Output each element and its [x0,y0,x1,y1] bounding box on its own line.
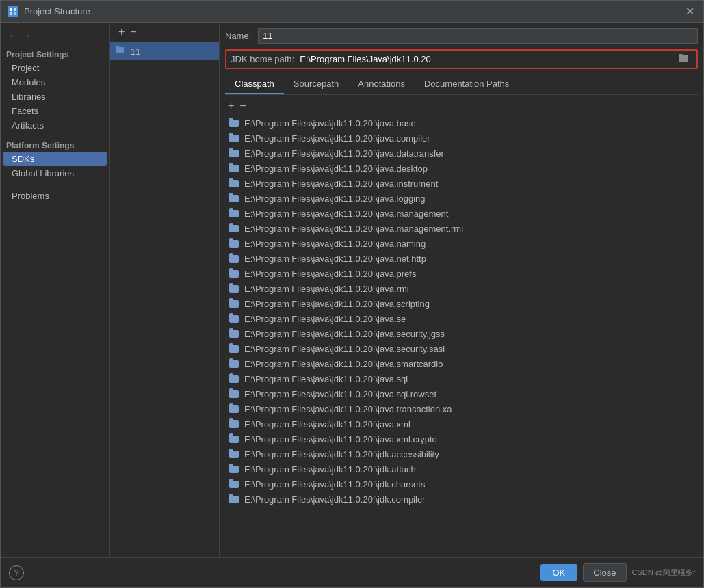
help-button[interactable]: ? [9,565,24,580]
classpath-item-label: E:\Program Files\java\jdk11.0.20!\java.t… [244,404,452,414]
sidebar-item-facets[interactable]: Facets [1,104,109,118]
list-item[interactable]: E:\Program Files\java\jdk11.0.20!\java.m… [225,221,698,236]
classpath-item-label: E:\Program Files\java\jdk11.0.20!\java.d… [244,163,428,174]
jdk-path-label: JDK home path: [231,54,294,64]
list-item[interactable]: E:\Program Files\java\jdk11.0.20!\java.x… [225,431,698,446]
jdk-path-browse-button[interactable] [676,53,692,65]
classpath-item-label: E:\Program Files\java\jdk11.0.20!\java.s… [244,389,436,399]
add-classpath-button[interactable]: + [225,99,237,113]
tab-classpath[interactable]: Classpath [225,75,284,94]
classpath-item-label: E:\Program Files\java\jdk11.0.20!\java.p… [244,269,416,279]
platform-settings-header: Platform Settings [1,138,109,152]
sdk-list-panel: + − 11 [110,23,220,557]
sidebar-item-artifacts[interactable]: Artifacts [1,118,109,133]
sidebar-item-global-libraries[interactable]: Global Libraries [1,166,109,181]
sidebar-item-problems[interactable]: Problems [1,189,109,203]
sdk-item-label: 11 [131,46,140,57]
classpath-item-label: E:\Program Files\java\jdk11.0.20!\java.c… [244,133,430,144]
sidebar-item-modules[interactable]: Modules [1,75,109,90]
list-item[interactable]: E:\Program Files\java\jdk11.0.20!\java.t… [225,401,698,416]
back-button[interactable]: ← [6,29,20,42]
classpath-folder-icon [229,148,240,159]
ok-button[interactable]: OK [540,564,578,581]
classpath-folder-icon [229,163,240,174]
classpath-item-label: E:\Program Files\java\jdk11.0.20!\jdk.at… [244,464,416,475]
name-label: Name: [225,31,252,41]
svg-rect-0 [10,8,12,11]
classpath-folder-icon [229,479,240,490]
classpath-folder-icon [229,223,240,234]
classpath-item-label: E:\Program Files\java\jdk11.0.20!\java.m… [244,224,463,234]
list-item[interactable]: E:\Program Files\java\jdk11.0.20!\jdk.ac… [225,446,698,462]
list-item[interactable]: E:\Program Files\java\jdk11.0.20!\java.l… [225,191,698,206]
name-input[interactable] [258,28,698,44]
list-item[interactable]: E:\Program Files\java\jdk11.0.20!\jdk.ch… [225,477,698,492]
sidebar-item-project[interactable]: Project [1,61,109,75]
list-item[interactable]: E:\Program Files\java\jdk11.0.20!\java.x… [225,416,698,431]
classpath-folder-icon [229,208,240,219]
add-sdk-button[interactable]: + [116,25,127,39]
sdk-folder-icon [116,46,127,57]
list-item[interactable]: E:\Program Files\java\jdk11.0.20!\java.n… [225,251,698,266]
classpath-list: E:\Program Files\java\jdk11.0.20!\java.b… [225,116,698,552]
jdk-path-row: JDK home path: E:\Program Files\Java\jdk… [225,49,698,69]
classpath-item-label: E:\Program Files\java\jdk11.0.20!\java.b… [244,118,416,129]
list-item[interactable]: E:\Program Files\java\jdk11.0.20!\java.d… [225,146,698,161]
classpath-item-label: E:\Program Files\java\jdk11.0.20!\java.s… [244,359,443,369]
list-item[interactable]: E:\Program Files\java\jdk11.0.20!\jdk.co… [225,492,698,507]
svg-rect-2 [10,12,12,15]
remove-classpath-button[interactable]: − [237,99,248,113]
list-item[interactable]: E:\Program Files\java\jdk11.0.20!\java.s… [225,386,698,401]
cancel-button[interactable]: Close [583,563,626,582]
tab-annotations[interactable]: Annotations [348,75,415,94]
classpath-folder-icon [229,418,240,429]
list-item[interactable]: E:\Program Files\java\jdk11.0.20!\java.s… [225,311,698,326]
classpath-item-label: E:\Program Files\java\jdk11.0.20!\java.r… [244,284,409,294]
close-button[interactable]: ✕ [683,5,696,18]
classpath-folder-icon [229,118,240,129]
classpath-folder-icon [229,133,240,144]
list-item[interactable]: E:\Program Files\java\jdk11.0.20!\jdk.at… [225,462,698,477]
project-settings-header: Project Settings [1,47,109,61]
classpath-folder-icon [229,253,240,264]
list-item[interactable]: E:\Program Files\java\jdk11.0.20!\java.m… [225,206,698,221]
list-item[interactable]: E:\Program Files\java\jdk11.0.20!\java.r… [225,281,698,296]
list-item[interactable]: E:\Program Files\java\jdk11.0.20!\java.s… [225,341,698,356]
classpath-folder-icon [229,388,240,399]
classpath-folder-icon [229,343,240,354]
sidebar: ← → Project Settings Project Modules Lib… [1,23,110,557]
bottom-right: OK Close CSDN @阿里嘎多f [540,563,696,582]
classpath-folder-icon [229,449,240,459]
main-content: Name: JDK home path: E:\Program Files\Ja… [220,23,703,557]
content-area: ← → Project Settings Project Modules Lib… [1,23,703,557]
bottom-bar: ? OK Close CSDN @阿里嘎多f [1,557,703,587]
sdk-list-item[interactable]: 11 [110,42,219,60]
sidebar-item-sdks[interactable]: SDKs [3,152,107,166]
sidebar-item-libraries[interactable]: Libraries [1,90,109,104]
list-item[interactable]: E:\Program Files\java\jdk11.0.20!\java.s… [225,296,698,311]
list-item[interactable]: E:\Program Files\java\jdk11.0.20!\java.p… [225,266,698,281]
list-item[interactable]: E:\Program Files\java\jdk11.0.20!\java.n… [225,236,698,251]
list-item[interactable]: E:\Program Files\java\jdk11.0.20!\java.d… [225,161,698,176]
tab-documentation-paths[interactable]: Documentation Paths [415,75,519,94]
classpath-folder-icon [229,268,240,279]
list-item[interactable]: E:\Program Files\java\jdk11.0.20!\java.b… [225,116,698,131]
classpath-item-label: E:\Program Files\java\jdk11.0.20!\java.d… [244,148,444,159]
project-structure-dialog: Project Structure ✕ ← → Project Settings… [0,0,704,588]
dialog-title: Project Structure [24,6,683,16]
list-item[interactable]: E:\Program Files\java\jdk11.0.20!\java.i… [225,176,698,191]
list-item[interactable]: E:\Program Files\java\jdk11.0.20!\java.s… [225,371,698,386]
forward-button[interactable]: → [20,29,34,42]
remove-sdk-button[interactable]: − [127,25,139,39]
tab-sourcepath[interactable]: Sourcepath [284,75,349,94]
classpath-item-label: E:\Program Files\java\jdk11.0.20!\java.s… [244,374,408,384]
classpath-item-label: E:\Program Files\java\jdk11.0.20!\java.s… [244,314,406,324]
classpath-folder-icon [229,193,240,204]
classpath-item-label: E:\Program Files\java\jdk11.0.20!\jdk.ch… [244,479,425,490]
list-item[interactable]: E:\Program Files\java\jdk11.0.20!\java.c… [225,131,698,146]
classpath-folder-icon [229,283,240,294]
classpath-item-label: E:\Program Files\java\jdk11.0.20!\jdk.ac… [244,449,439,459]
classpath-item-label: E:\Program Files\java\jdk11.0.20!\java.x… [244,419,410,429]
list-item[interactable]: E:\Program Files\java\jdk11.0.20!\java.s… [225,356,698,371]
list-item[interactable]: E:\Program Files\java\jdk11.0.20!\java.s… [225,326,698,341]
